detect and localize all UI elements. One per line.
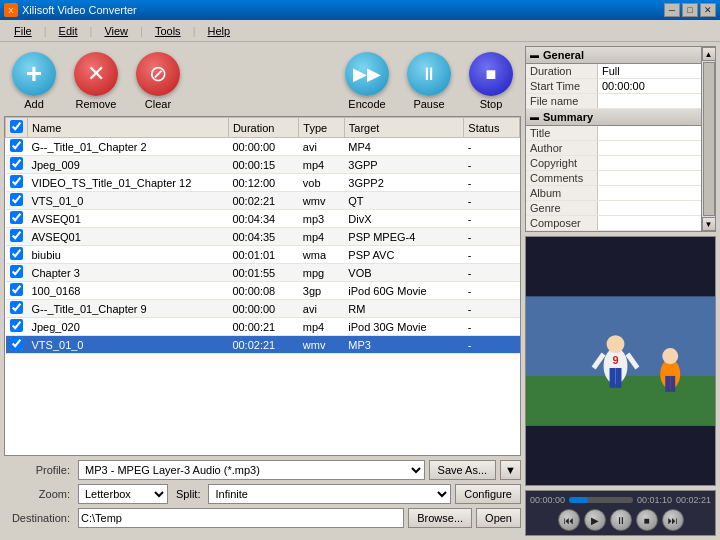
play-button[interactable]: ▶ [584,509,606,531]
menu-help[interactable]: Help [197,23,240,39]
media-pause-button[interactable]: ⏸ [610,509,632,531]
browse-button[interactable]: Browse... [408,508,472,528]
row-name-9: G--_Title_01_Chapter 9 [28,300,229,318]
save-as-button[interactable]: Save As... [429,460,497,480]
menu-sep-2: | [90,25,93,37]
time-end: 00:02:21 [676,495,711,505]
scroll-down-arrow[interactable]: ▼ [702,217,716,231]
prop-row-file-name: File name [526,94,701,109]
prop-key-start-time: Start Time [526,79,598,93]
row-type-11: wmv [299,336,345,354]
prev-button[interactable]: ⏮ [558,509,580,531]
row-checkbox-8[interactable] [10,283,23,296]
table-row[interactable]: G--_Title_01_Chapter 9 00:00:00 avi RM - [6,300,520,318]
row-checkbox-4[interactable] [10,211,23,224]
row-duration-3: 00:02:21 [228,192,298,210]
table-row[interactable]: G--_Title_01_Chapter 2 00:00:00 avi MP4 … [6,138,520,156]
col-status: Status [464,118,520,138]
menu-file[interactable]: File [4,23,42,39]
menu-view[interactable]: View [94,23,138,39]
scroll-thumb[interactable] [703,62,715,216]
table-row[interactable]: Chapter 3 00:01:55 mpg VOB - [6,264,520,282]
row-name-6: biubiu [28,246,229,264]
prop-row-duration: Duration Full [526,64,701,79]
scroll-up-arrow[interactable]: ▲ [702,47,716,61]
configure-button[interactable]: Configure [455,484,521,504]
row-duration-6: 00:01:01 [228,246,298,264]
pause-button[interactable]: ⏸ Pause [399,50,459,112]
prop-value-genre [598,201,701,215]
row-type-6: wma [299,246,345,264]
row-checkbox-7[interactable] [10,265,23,278]
general-label: General [543,49,584,61]
stop-label: Stop [480,98,503,110]
row-type-5: mp4 [299,228,345,246]
row-status-1: - [464,156,520,174]
row-duration-1: 00:00:15 [228,156,298,174]
prop-key-comments: Comments [526,171,598,185]
prop-value-duration: Full [598,64,701,78]
summary-section-header: ▬ Summary [526,109,701,126]
prop-row-album: Album [526,186,701,201]
minimize-button[interactable]: ─ [664,3,680,17]
row-duration-7: 00:01:55 [228,264,298,282]
svg-rect-4 [610,368,616,388]
row-checkbox-0[interactable] [10,139,23,152]
table-row[interactable]: AVSEQ01 00:04:34 mp3 DivX - [6,210,520,228]
prop-key-file-name: File name [526,94,598,108]
row-checkbox-2[interactable] [10,175,23,188]
split-label: Split: [172,488,204,500]
media-controls: 00:00:00 00:01:10 00:02:21 ⏮ ▶ ⏸ ■ ⏭ [525,490,716,536]
add-button[interactable]: + Add [4,50,64,112]
progress-bar[interactable] [569,497,633,503]
row-name-7: Chapter 3 [28,264,229,282]
table-row[interactable]: 100_0168 00:00:08 3gp iPod 60G Movie - [6,282,520,300]
col-target: Target [344,118,464,138]
menu-sep-3: | [140,25,143,37]
remove-icon: ✕ [74,52,118,96]
maximize-button[interactable]: □ [682,3,698,17]
svg-rect-10 [670,376,675,392]
row-checkbox-9[interactable] [10,301,23,314]
table-row[interactable]: VTS_01_0 00:02:21 wmv MP3 - [6,336,520,354]
profile-select[interactable]: MP3 - MPEG Layer-3 Audio (*.mp3) [78,460,425,480]
row-target-6: PSP AVC [344,246,464,264]
row-checkbox-10[interactable] [10,319,23,332]
row-checkbox-3[interactable] [10,193,23,206]
prop-row-title: Title [526,126,701,141]
summary-expand-icon[interactable]: ▬ [530,112,539,122]
destination-input[interactable] [78,508,404,528]
row-checkbox-1[interactable] [10,157,23,170]
table-row[interactable]: Jpeg_009 00:00:15 mp4 3GPP - [6,156,520,174]
split-select[interactable]: Infinite [208,484,451,504]
row-duration-11: 00:02:21 [228,336,298,354]
stop-button[interactable]: ■ Stop [461,50,521,112]
row-type-1: mp4 [299,156,345,174]
table-row[interactable]: AVSEQ01 00:04:35 mp4 PSP MPEG-4 - [6,228,520,246]
media-stop-button[interactable]: ■ [636,509,658,531]
clear-button[interactable]: ⊘ Clear [128,50,188,112]
encode-button[interactable]: ▶▶ Encode [337,50,397,112]
next-button[interactable]: ⏭ [662,509,684,531]
menu-tools[interactable]: Tools [145,23,191,39]
zoom-select[interactable]: Letterbox [78,484,168,504]
table-row[interactable]: VTS_01_0 00:02:21 wmv QT - [6,192,520,210]
col-name: Name [28,118,229,138]
row-status-7: - [464,264,520,282]
close-button[interactable]: ✕ [700,3,716,17]
table-row[interactable]: biubiu 00:01:01 wma PSP AVC - [6,246,520,264]
profile-dropdown-button[interactable]: ▼ [500,460,521,480]
row-checkbox-11[interactable] [10,337,23,350]
row-duration-2: 00:12:00 [228,174,298,192]
row-checkbox-6[interactable] [10,247,23,260]
table-row[interactable]: VIDEO_TS_Title_01_Chapter 12 00:12:00 vo… [6,174,520,192]
select-all-checkbox[interactable] [10,120,23,133]
general-expand-icon[interactable]: ▬ [530,50,539,60]
remove-button[interactable]: ✕ Remove [66,50,126,112]
table-row[interactable]: Jpeg_020 00:00:21 mp4 iPod 30G Movie - [6,318,520,336]
row-name-4: AVSEQ01 [28,210,229,228]
open-button[interactable]: Open [476,508,521,528]
row-checkbox-5[interactable] [10,229,23,242]
prop-value-start-time: 00:00:00 [598,79,701,93]
menu-edit[interactable]: Edit [49,23,88,39]
